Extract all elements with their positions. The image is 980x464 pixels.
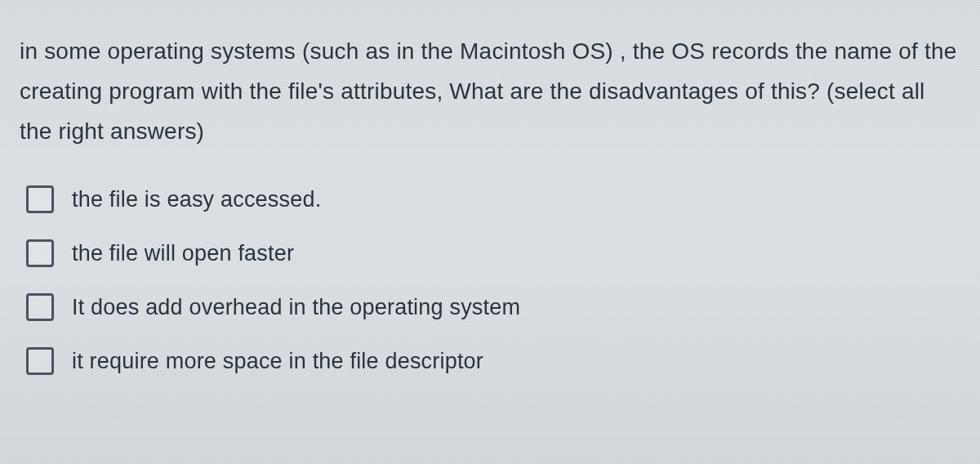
option-label: the file will open faster [72, 241, 294, 266]
checkbox-option-4[interactable] [26, 347, 54, 375]
question-text: in some operating systems (such as in th… [20, 31, 960, 151]
option-label: it require more space in the file descri… [72, 349, 483, 374]
checkbox-option-3[interactable] [26, 293, 54, 321]
option-row: it require more space in the file descri… [26, 347, 960, 375]
options-list: the file is easy accessed. the file will… [20, 185, 960, 375]
option-row: the file will open faster [26, 239, 960, 267]
option-label: It does add overhead in the operating sy… [72, 295, 520, 320]
option-row: It does add overhead in the operating sy… [26, 293, 960, 321]
checkbox-option-1[interactable] [26, 185, 54, 213]
option-label: the file is easy accessed. [72, 187, 321, 212]
checkbox-option-2[interactable] [26, 239, 54, 267]
option-row: the file is easy accessed. [26, 185, 960, 213]
